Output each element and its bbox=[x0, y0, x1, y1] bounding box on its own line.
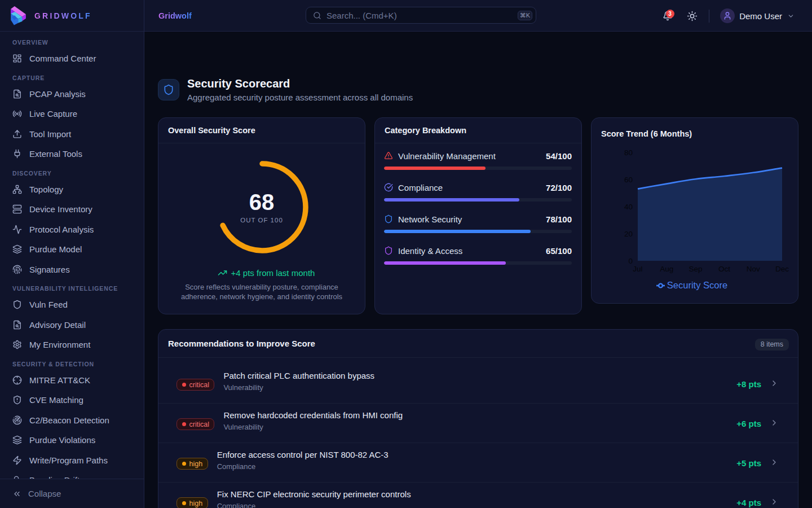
svg-text:Jul: Jul bbox=[633, 265, 642, 273]
svg-text:Sep: Sep bbox=[689, 265, 702, 273]
svg-text:60: 60 bbox=[624, 176, 633, 184]
svg-text:20: 20 bbox=[624, 230, 633, 238]
svg-text:80: 80 bbox=[624, 148, 633, 157]
svg-text:40: 40 bbox=[624, 203, 633, 211]
svg-text:0: 0 bbox=[628, 257, 633, 265]
svg-text:Dec: Dec bbox=[775, 265, 789, 273]
svg-text:Oct: Oct bbox=[718, 265, 730, 273]
svg-text:Nov: Nov bbox=[747, 265, 760, 273]
svg-text:Aug: Aug bbox=[660, 265, 673, 273]
